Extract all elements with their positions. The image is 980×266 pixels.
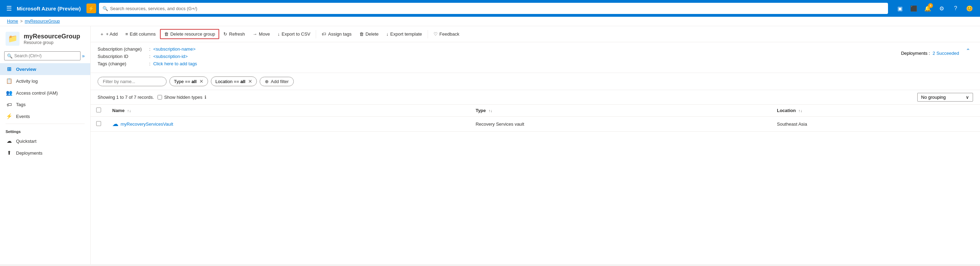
quickstart-icon: ☁	[6, 138, 13, 144]
info-row-subscription: Subscription (change) : <subscription-na…	[98, 46, 973, 52]
add-filter-icon: ⊕	[265, 79, 269, 84]
sidebar-item-deployments[interactable]: ⬆ Deployments	[0, 147, 90, 159]
sidebar-item-activity-log[interactable]: 📋 Activity log	[0, 75, 90, 87]
show-hidden-types[interactable]: Show hidden types ℹ	[158, 95, 206, 100]
location-sort-icon[interactable]: ↑↓	[799, 109, 802, 113]
portal-icon[interactable]: ⬛	[907, 2, 920, 14]
subscription-id-link[interactable]: <subscription-id>	[153, 54, 188, 59]
edit-columns-button[interactable]: ≡ Edit columns	[122, 30, 159, 38]
global-search[interactable]: 🔍 Search resources, services, and docs (…	[99, 3, 888, 14]
info-sep-3: :	[149, 61, 151, 66]
sidebar-item-overview[interactable]: ⊞ Overview	[0, 63, 90, 75]
select-all-checkbox[interactable]	[96, 107, 101, 112]
main-layout: 📁 myResourceGroup Resource group 🔍 » ⊞ O…	[0, 26, 980, 264]
alert-icon[interactable]: ⚡	[86, 3, 96, 13]
add-button[interactable]: ＋ + Add	[96, 29, 121, 39]
terminal-icon[interactable]: ▣	[894, 2, 906, 14]
subscription-change-link[interactable]: (change)	[124, 46, 142, 52]
subscription-label: Subscription (change)	[98, 46, 146, 52]
overview-icon: ⊞	[6, 66, 13, 72]
resource-group-icon: 📁	[6, 32, 19, 46]
type-filter-label: Type == all	[174, 79, 197, 84]
toolbar: ＋ + Add ≡ Edit columns 🗑 Delete resource…	[91, 26, 980, 42]
type-filter-tag[interactable]: Type == all ✕	[169, 77, 208, 86]
toolbar-divider-1	[316, 30, 316, 38]
records-bar: Showing 1 to 7 of 7 records. Show hidden…	[91, 90, 980, 105]
resource-name-link[interactable]: ☁ myRecoveryServicesVault	[112, 120, 465, 128]
sidebar-item-quickstart[interactable]: ☁ Quickstart	[0, 135, 90, 147]
sidebar-item-tags[interactable]: 🏷 Tags	[0, 99, 90, 110]
breadcrumb: Home > myResourceGroup	[0, 17, 980, 26]
filter-bar: Type == all ✕ Location == all ✕ ⊕ Add fi…	[91, 73, 980, 90]
export-template-label: Export template	[390, 31, 422, 37]
show-hidden-checkbox[interactable]	[158, 95, 162, 99]
grouping-label: No grouping	[921, 95, 963, 100]
info-row-subscription-id: Subscription ID : <subscription-id>	[98, 54, 973, 59]
export-csv-button[interactable]: ↓ Export to CSV	[274, 30, 314, 38]
help-icon[interactable]: ?	[949, 2, 962, 14]
top-navigation: ☰ Microsoft Azure (Preview) ⚡ 🔍 Search r…	[0, 0, 980, 17]
feedback-button[interactable]: ♡ Feedback	[430, 30, 463, 38]
row-name-cell: ☁ myRecoveryServicesVault	[107, 117, 470, 131]
collapse-arrow[interactable]: ⌃	[966, 48, 970, 54]
delete-label: Delete resource group	[170, 31, 215, 37]
location-filter-label: Location == all	[215, 79, 245, 84]
table-row: ☁ myRecoveryServicesVault Recovery Servi…	[91, 117, 980, 131]
breadcrumb-current[interactable]: myResourceGroup	[25, 19, 60, 24]
subscription-name-link[interactable]: <subscription-name>	[153, 46, 196, 52]
sidebar-search-icon: 🔍	[7, 53, 13, 59]
location-filter-close-icon[interactable]: ✕	[248, 79, 252, 84]
refresh-icon: ↻	[223, 31, 227, 37]
notification-badge: 4	[928, 3, 933, 8]
location-filter-tag[interactable]: Location == all ✕	[211, 77, 257, 86]
sidebar-item-access-control[interactable]: 👥 Access control (IAM)	[0, 87, 90, 99]
type-sort-icon[interactable]: ↑↓	[488, 109, 492, 113]
breadcrumb-home[interactable]: Home	[7, 19, 18, 24]
show-hidden-info-icon[interactable]: ℹ	[205, 95, 206, 100]
hamburger-icon[interactable]: ☰	[4, 2, 14, 14]
search-icon: 🔍	[102, 6, 108, 11]
subscription-id-value: <subscription-id>	[153, 54, 188, 59]
resource-type: Resource group	[24, 40, 80, 45]
resource-name: myResourceGroup	[24, 33, 80, 40]
move-button[interactable]: → Move	[249, 30, 274, 38]
info-sep-2: :	[149, 54, 151, 59]
sidebar-item-label-quickstart: Quickstart	[16, 139, 37, 144]
sidebar: 📁 myResourceGroup Resource group 🔍 » ⊞ O…	[0, 26, 91, 264]
deployments-info: Deployments : 2 Succeeded	[901, 51, 959, 56]
deployments-value-link[interactable]: 2 Succeeded	[932, 51, 959, 56]
name-sort-icon[interactable]: ↑↓	[127, 109, 131, 113]
type-filter-close-icon[interactable]: ✕	[199, 79, 204, 84]
sidebar-item-label-overview: Overview	[16, 67, 36, 72]
resource-table: Name ↑↓ Type ↑↓ Location ↑↓	[91, 105, 980, 131]
info-sep-1: :	[149, 46, 151, 52]
toolbar-divider-2	[428, 30, 428, 38]
resource-icon-glyph: 📁	[8, 34, 18, 43]
sidebar-search-input[interactable]	[4, 51, 81, 60]
delete2-button[interactable]: 🗑 Delete	[356, 30, 382, 38]
table-header-location: Location ↑↓	[771, 105, 980, 117]
deployments-label: Deployments :	[901, 51, 930, 56]
sidebar-item-label-deployments: Deployments	[16, 151, 43, 156]
tags-change-link[interactable]: (change)	[108, 61, 126, 66]
show-hidden-label: Show hidden types	[164, 95, 202, 100]
assign-tags-button[interactable]: 🏷 Assign tags	[318, 30, 355, 38]
table-header-name: Name ↑↓	[107, 105, 470, 117]
delete-resource-group-button[interactable]: 🗑 Delete resource group	[160, 29, 220, 39]
grouping-dropdown[interactable]: No grouping ∨	[917, 93, 973, 102]
filter-by-name-input[interactable]	[98, 77, 167, 86]
export-template-button[interactable]: ↓ Export template	[383, 30, 426, 38]
add-filter-button[interactable]: ⊕ Add filter	[259, 77, 294, 86]
sidebar-item-events[interactable]: ⚡ Events	[0, 110, 90, 122]
refresh-button[interactable]: ↻ Refresh	[220, 30, 248, 38]
account-icon[interactable]: 😊	[963, 2, 976, 14]
tags-label: Tags (change)	[98, 61, 146, 66]
refresh-label: Refresh	[229, 31, 245, 37]
tags-icon: 🏷	[6, 102, 13, 107]
notification-icon[interactable]: 🔔 4	[921, 2, 934, 14]
row-checkbox[interactable]	[96, 121, 101, 126]
sidebar-collapse-button[interactable]: »	[81, 52, 86, 60]
settings-icon[interactable]: ⚙	[935, 2, 948, 14]
tags-link[interactable]: Click here to add tags	[153, 61, 197, 66]
delete-icon: 🗑	[164, 31, 169, 37]
